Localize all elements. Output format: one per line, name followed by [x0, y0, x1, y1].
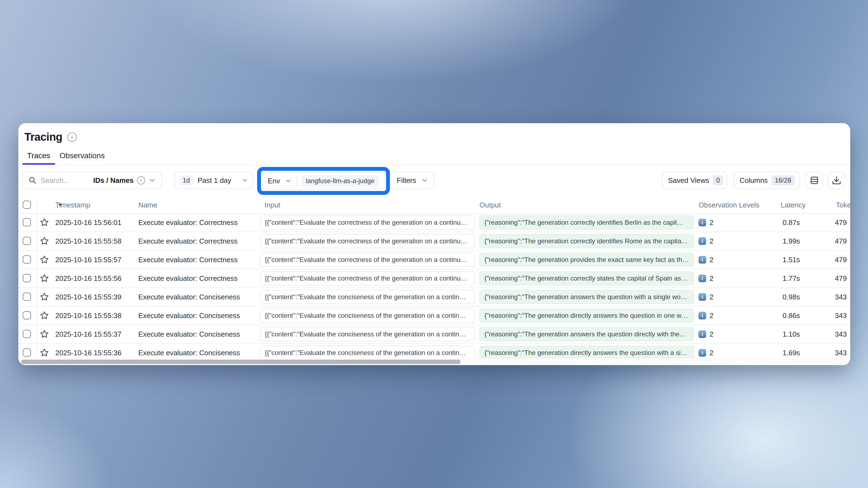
info-level-icon: i	[699, 330, 706, 338]
star-icon[interactable]	[40, 311, 49, 320]
row-tokens: 479 →	[835, 214, 850, 232]
row-input-cell[interactable]: [{"content":"Evaluate the correctness of…	[260, 271, 475, 286]
filters-button[interactable]: Filters	[391, 172, 435, 189]
column-header-observation-levels[interactable]: Observation Levels	[699, 197, 760, 214]
env-filter-label: Env	[268, 177, 280, 185]
row-output-cell[interactable]: {"reasoning":"The generation answers the…	[479, 290, 694, 304]
table-row[interactable]: 2025-10-16 15:55:37 Execute evaluator: C…	[18, 325, 850, 344]
row-observation-levels: i 2	[699, 214, 713, 232]
row-input-cell[interactable]: [{"content":"Evaluate the conciseness of…	[260, 290, 475, 304]
time-range-button[interactable]: 1d Past 1 day	[175, 172, 253, 189]
info-level-icon: i	[699, 293, 706, 301]
page-header: Tracing i	[24, 131, 77, 143]
table-row[interactable]: 2025-10-16 15:55:58 Execute evaluator: C…	[18, 232, 850, 251]
observation-level-count: 2	[709, 293, 713, 301]
row-output-cell[interactable]: {"reasoning":"The generation directly an…	[479, 346, 694, 360]
row-checkbox[interactable]	[23, 237, 31, 245]
row-output-cell[interactable]: {"reasoning":"The generation correctly i…	[479, 234, 694, 248]
table-row[interactable]: 2025-10-16 15:55:57 Execute evaluator: C…	[18, 251, 850, 269]
env-filter-button[interactable]: Env langfuse-llm-as-a-judge	[262, 172, 385, 190]
chevron-down-icon	[241, 176, 249, 184]
table-row[interactable]: 2025-10-16 15:55:38 Execute evaluator: C…	[18, 306, 850, 325]
row-checkbox[interactable]	[23, 218, 31, 226]
row-output-cell[interactable]: {"reasoning":"The generation provides th…	[479, 253, 694, 267]
observation-level-count: 2	[709, 312, 713, 320]
row-checkbox[interactable]	[23, 274, 31, 282]
row-input-cell[interactable]: [{"content":"Evaluate the conciseness of…	[260, 346, 475, 360]
star-icon[interactable]	[40, 292, 49, 301]
info-icon[interactable]: i	[67, 132, 77, 142]
row-latency: 1.77s	[782, 269, 800, 287]
time-range-badge: 1d	[179, 175, 193, 185]
select-all-checkbox[interactable]	[23, 201, 31, 209]
horizontal-scrollbar[interactable]	[18, 359, 850, 365]
row-tokens: 479 →	[835, 251, 850, 269]
star-icon[interactable]	[40, 348, 49, 357]
row-input-cell[interactable]: [{"content":"Evaluate the correctness of…	[260, 234, 475, 248]
row-timestamp: 2025-10-16 15:56:01	[55, 214, 121, 232]
info-level-icon: i	[699, 349, 706, 357]
star-icon[interactable]	[40, 273, 49, 283]
tab-observations[interactable]: Observations	[55, 148, 110, 165]
row-output-cell[interactable]: {"reasoning":"The generation directly an…	[479, 308, 694, 323]
table-row[interactable]: 2025-10-16 15:56:01 Execute evaluator: C…	[18, 214, 850, 232]
scrollbar-thumb[interactable]	[21, 360, 461, 364]
columns-button[interactable]: Columns 16/28	[734, 172, 800, 189]
row-output-cell[interactable]: {"reasoning":"The generation correctly s…	[479, 271, 694, 286]
column-header-tokens[interactable]: Tokens	[836, 197, 850, 214]
table-header-row: Timestamp▼ Name Input Output Observation…	[18, 197, 850, 214]
info-level-icon: i	[699, 237, 706, 245]
table-row[interactable]: 2025-10-16 15:55:56 Execute evaluator: C…	[18, 269, 850, 288]
export-button[interactable]	[828, 172, 845, 189]
row-name: Execute evaluator: Correctness	[138, 214, 238, 232]
chevron-down-icon	[421, 176, 429, 184]
star-icon[interactable]	[40, 236, 49, 246]
row-latency: 0.87s	[782, 214, 800, 232]
row-checkbox[interactable]	[23, 349, 31, 357]
search-input[interactable]: Search... IDs / Names i	[22, 172, 162, 189]
column-header-input[interactable]: Input	[265, 197, 280, 214]
row-height-button[interactable]	[806, 172, 823, 189]
tab-traces[interactable]: Traces	[23, 148, 55, 165]
observation-level-count: 2	[709, 256, 713, 264]
row-input-cell[interactable]: [{"content":"Evaluate the correctness of…	[260, 253, 475, 267]
row-observation-levels: i 2	[699, 251, 713, 269]
row-name: Execute evaluator: Correctness	[138, 232, 238, 250]
observation-level-count: 2	[709, 274, 713, 283]
observation-level-count: 2	[709, 330, 713, 338]
row-output-cell[interactable]: {"reasoning":"The generation correctly i…	[479, 216, 694, 230]
saved-views-button[interactable]: Saved Views 0	[662, 172, 727, 189]
row-observation-levels: i 2	[699, 288, 713, 306]
row-input-cell[interactable]: [{"content":"Evaluate the conciseness of…	[260, 308, 475, 323]
table-row[interactable]: 2025-10-16 15:55:39 Execute evaluator: C…	[18, 288, 850, 306]
download-icon	[832, 175, 841, 185]
star-icon[interactable]	[40, 329, 49, 338]
column-header-output[interactable]: Output	[479, 197, 501, 214]
search-scope-label: IDs / Names	[93, 176, 134, 185]
star-icon[interactable]	[40, 255, 49, 264]
env-filter-highlight-annotation: Env langfuse-llm-as-a-judge	[257, 167, 390, 195]
chevron-down-icon	[284, 177, 292, 185]
star-icon[interactable]	[40, 218, 49, 227]
time-range-label: Past 1 day	[198, 176, 231, 185]
search-scope-selector[interactable]: IDs / Names i	[93, 176, 156, 185]
row-timestamp: 2025-10-16 15:55:57	[55, 251, 121, 269]
row-input-cell[interactable]: [{"content":"Evaluate the correctness of…	[260, 216, 475, 230]
row-timestamp: 2025-10-16 15:55:37	[55, 325, 121, 343]
observation-level-count: 2	[709, 219, 713, 227]
row-tokens: 479 →	[835, 269, 850, 287]
row-height-icon	[809, 175, 819, 185]
row-latency: 1.51s	[782, 251, 800, 269]
divider	[297, 176, 297, 186]
row-name: Execute evaluator: Correctness	[138, 269, 238, 287]
column-header-name[interactable]: Name	[138, 197, 157, 214]
page-title: Tracing	[24, 131, 62, 143]
row-checkbox[interactable]	[23, 330, 31, 338]
row-checkbox[interactable]	[23, 255, 31, 264]
row-output-cell[interactable]: {"reasoning":"The generation answers the…	[479, 327, 694, 341]
row-checkbox[interactable]	[23, 311, 31, 319]
row-input-cell[interactable]: [{"content":"Evaluate the conciseness of…	[260, 327, 475, 341]
row-checkbox[interactable]	[23, 293, 31, 301]
column-header-latency[interactable]: Latency	[781, 197, 806, 214]
observation-level-count: 2	[709, 237, 713, 246]
